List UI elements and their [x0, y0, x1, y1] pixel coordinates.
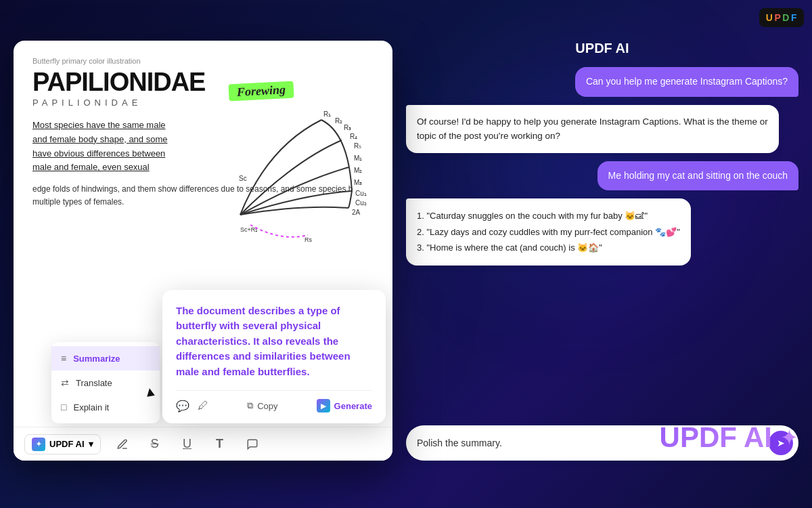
svg-text:R₂: R₂ [335, 117, 342, 125]
dropdown-item-summarize[interactable]: ≡ Summarize [51, 346, 160, 371]
text-tool-button[interactable]: T [209, 433, 231, 455]
explain-icon: □ [61, 402, 66, 412]
copy-icon: ⧉ [247, 400, 253, 411]
logo-d: D [782, 12, 790, 23]
svg-text:Cu₂: Cu₂ [355, 199, 367, 207]
body-text-underline: Most species have the same male and fema… [32, 120, 167, 172]
pdf-diagram-col: Forewing R₁ R₂ R₃ R₄ [188, 69, 374, 175]
chat-footer-icon[interactable]: 💬 [176, 400, 189, 412]
pdf-text-col: PAPILIONIDAE PAPILIONIDAE Most species h… [32, 69, 181, 175]
pdf-title-main: PAPILIONIDAE [32, 69, 181, 95]
summarize-label: Summarize [73, 354, 120, 364]
translate-icon: ⇄ [61, 377, 69, 388]
summarize-icon: ≡ [61, 353, 66, 364]
pdf-caption: Butterfly primary color illustration [32, 57, 374, 65]
pdf-body-text: Most species have the same male and fema… [32, 119, 181, 175]
ai-caption-1: 1. "Caturday snuggles on the couch with … [417, 208, 680, 224]
updf-ai-dropdown-arrow: ▾ [89, 439, 93, 449]
svg-text:R₄: R₄ [350, 133, 357, 140]
chat-messages: Can you help me generate Instagram Capti… [406, 67, 798, 417]
updf-ai-branding: UPDF AI ✦ [660, 421, 798, 454]
translate-label: Translate [76, 378, 112, 388]
pdf-toolbar: ✦ UPDF AI ▾ S U T [14, 427, 392, 461]
svg-text:R₅: R₅ [354, 142, 361, 150]
explain-label: Explain it [73, 402, 109, 412]
copy-label: Copy [257, 401, 277, 411]
pdf-title-sub: PAPILIONIDAE [32, 98, 181, 108]
sparkle-icon: ✦ [780, 425, 798, 450]
dropdown-item-explain[interactable]: □ Explain it [51, 395, 160, 419]
ai-message-1: Of course! I'd be happy to help you gene… [406, 105, 779, 153]
butterfly-diagram-svg: R₁ R₂ R₃ R₄ R₅ M₁ M₂ M₃ Cu₁ Cu₂ 2A Sc [188, 93, 374, 242]
user-message-1: Can you help me generate Instagram Capti… [575, 67, 798, 97]
svg-text:2A: 2A [352, 209, 361, 216]
svg-text:Cu₁: Cu₁ [355, 190, 367, 197]
ai-caption-3: 3. "Home is where the cat (and couch) is… [417, 240, 680, 255]
svg-text:M₃: M₃ [354, 179, 362, 186]
svg-text:M₁: M₁ [354, 154, 362, 162]
highlight-tool-button[interactable] [112, 433, 133, 455]
svg-text:R₃: R₃ [344, 124, 351, 131]
svg-text:M₂: M₂ [354, 167, 362, 174]
svg-text:R₁: R₁ [323, 110, 331, 118]
comment-tool-button[interactable] [242, 433, 263, 455]
logo-p: P [774, 12, 781, 23]
summarize-popup-text: The document describes a type of butterf… [176, 303, 372, 380]
chat-title: UPDF AI [406, 41, 798, 56]
updf-ai-toolbar-button[interactable]: ✦ UPDF AI ▾ [24, 434, 101, 454]
chat-panel: UPDF AI Can you help me generate Instagr… [406, 41, 798, 461]
pdf-panel: Butterfly primary color illustration PAP… [14, 41, 392, 461]
pdf-mid: PAPILIONIDAE PAPILIONIDAE Most species h… [32, 69, 374, 175]
generate-label: Generate [334, 401, 372, 411]
summarize-footer-icons: 💬 🖊 [176, 400, 208, 412]
summarize-popup-footer: 💬 🖊 ⧉ Copy ▶ Generate [176, 390, 372, 412]
generate-play-icon: ▶ [317, 399, 330, 412]
summarize-popup: The document describes a type of butterf… [162, 290, 386, 424]
updf-ai-brand-text: UPDF AI [660, 421, 772, 454]
updf-ai-toolbar-icon: ✦ [32, 438, 45, 451]
pdf-content: Butterfly primary color illustration PAP… [14, 41, 392, 226]
generate-button[interactable]: ▶ Generate [317, 399, 372, 412]
user-message-2: Me holding my cat and sitting on the cou… [597, 161, 798, 191]
strikethrough-tool-button[interactable]: S [144, 433, 166, 455]
updf-ai-dropdown-menu: ≡ Summarize ⇄ Translate □ Explain it [51, 342, 160, 423]
svg-text:Sc: Sc [239, 175, 247, 182]
ai-message-2: 1. "Caturday snuggles on the couch with … [406, 198, 691, 265]
logo-f: F [791, 12, 797, 23]
copy-button[interactable]: ⧉ Copy [247, 400, 277, 411]
highlight-footer-icon[interactable]: 🖊 [198, 400, 208, 412]
svg-text:Sc+R₁: Sc+R₁ [240, 226, 258, 233]
ai-caption-2: 2. "Lazy days and cozy cuddles with my p… [417, 224, 680, 240]
svg-text:Rs: Rs [304, 236, 312, 242]
underline-tool-button[interactable]: U [177, 433, 198, 455]
logo-u: U [766, 12, 773, 23]
cursor-arrow: ▲ [142, 383, 158, 400]
updf-ai-toolbar-label: UPDF AI [49, 439, 85, 449]
updf-logo-badge: U P D F [759, 8, 804, 27]
